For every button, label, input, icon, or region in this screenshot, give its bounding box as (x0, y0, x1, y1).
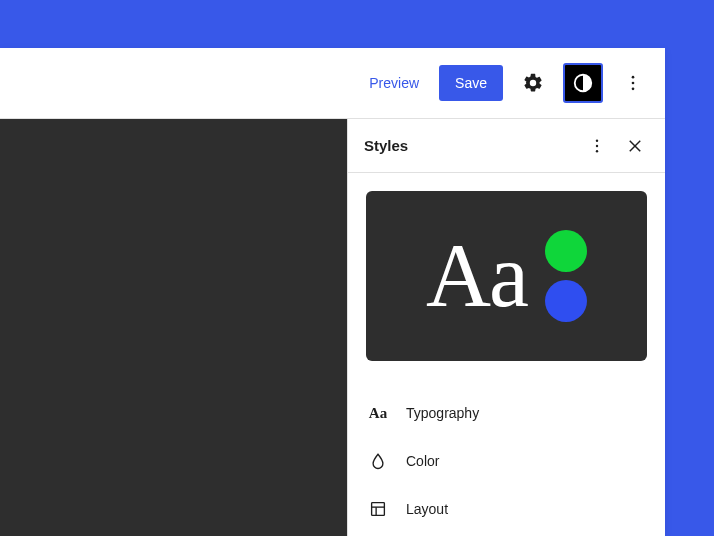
styles-panel-header-actions (583, 132, 649, 160)
svg-point-3 (632, 88, 635, 91)
contrast-icon (572, 72, 594, 94)
style-item-label: Typography (406, 405, 479, 421)
style-item-color[interactable]: Color (366, 437, 647, 485)
color-swatches (545, 230, 587, 322)
typography-icon: Aa (366, 401, 390, 425)
styles-panel-body: Aa Aa Typography Color (348, 173, 665, 536)
typography-preview-text: Aa (426, 231, 527, 321)
svg-point-5 (596, 144, 598, 146)
gear-icon (522, 72, 544, 94)
styles-panel-header: Styles (348, 119, 665, 173)
editor-canvas[interactable] (0, 119, 347, 536)
svg-point-1 (632, 76, 635, 79)
settings-button[interactable] (513, 63, 553, 103)
style-item-label: Layout (406, 501, 448, 517)
style-item-typography[interactable]: Aa Typography (366, 389, 647, 437)
styles-preview-card[interactable]: Aa (366, 191, 647, 361)
styles-panel-title: Styles (364, 137, 408, 154)
app-window: Preview Save Styles (0, 48, 665, 536)
style-item-label: Color (406, 453, 439, 469)
svg-point-6 (596, 150, 598, 152)
svg-point-4 (596, 139, 598, 141)
panel-close-button[interactable] (621, 132, 649, 160)
panel-more-button[interactable] (583, 132, 611, 160)
color-swatch-green (545, 230, 587, 272)
layout-icon (366, 497, 390, 521)
color-swatch-blue (545, 280, 587, 322)
preview-link[interactable]: Preview (359, 67, 429, 99)
svg-rect-9 (372, 503, 385, 516)
more-vertical-icon (588, 137, 606, 155)
styles-panel: Styles Aa (347, 119, 665, 536)
main-area: Styles Aa (0, 119, 665, 536)
toolbar: Preview Save (0, 48, 665, 119)
drop-icon (366, 449, 390, 473)
styles-toggle-button[interactable] (563, 63, 603, 103)
svg-point-2 (632, 82, 635, 85)
save-button[interactable]: Save (439, 65, 503, 101)
close-icon (626, 137, 644, 155)
style-item-layout[interactable]: Layout (366, 485, 647, 533)
more-options-button[interactable] (613, 63, 653, 103)
more-vertical-icon (623, 73, 643, 93)
